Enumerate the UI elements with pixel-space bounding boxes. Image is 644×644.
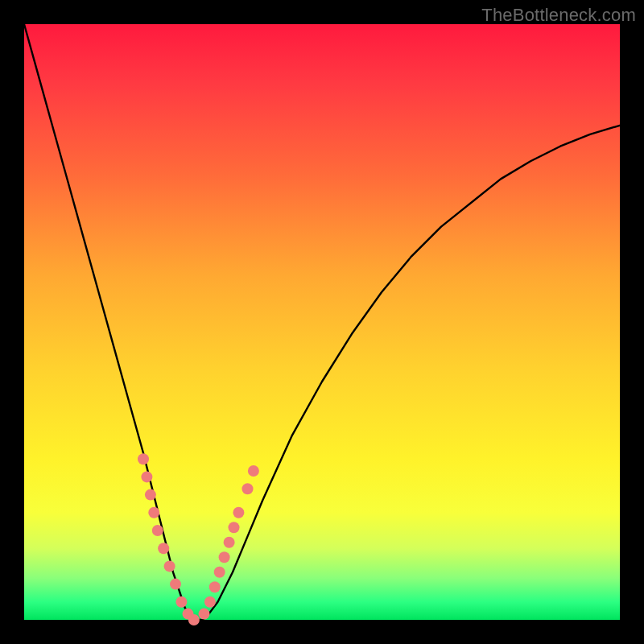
curve-marker bbox=[199, 609, 210, 620]
curve-marker bbox=[242, 483, 254, 494]
curve-marker bbox=[214, 567, 225, 578]
curve-marker bbox=[248, 465, 259, 477]
curve-marker bbox=[233, 507, 244, 518]
curve-marker bbox=[229, 522, 240, 533]
chart-plot-area bbox=[24, 24, 620, 620]
chart-svg bbox=[24, 24, 620, 620]
chart-frame: TheBottleneck.com bbox=[0, 0, 644, 644]
curve-marker bbox=[188, 614, 200, 625]
curve-marker bbox=[158, 543, 169, 554]
curve-marker bbox=[145, 489, 156, 501]
curve-marker bbox=[164, 560, 175, 572]
watermark-text: TheBottleneck.com bbox=[481, 5, 636, 26]
curve-marker bbox=[204, 597, 216, 608]
curve-marker bbox=[148, 507, 159, 518]
curve-marker bbox=[209, 581, 221, 592]
bottleneck-curve bbox=[24, 24, 620, 620]
curve-marker bbox=[170, 579, 181, 590]
curve-markers bbox=[138, 453, 259, 625]
curve-marker bbox=[219, 551, 230, 563]
curve-marker bbox=[224, 537, 235, 548]
curve-marker bbox=[138, 453, 149, 464]
curve-marker bbox=[141, 471, 152, 482]
curve-marker bbox=[152, 525, 163, 536]
curve-marker bbox=[175, 597, 187, 608]
